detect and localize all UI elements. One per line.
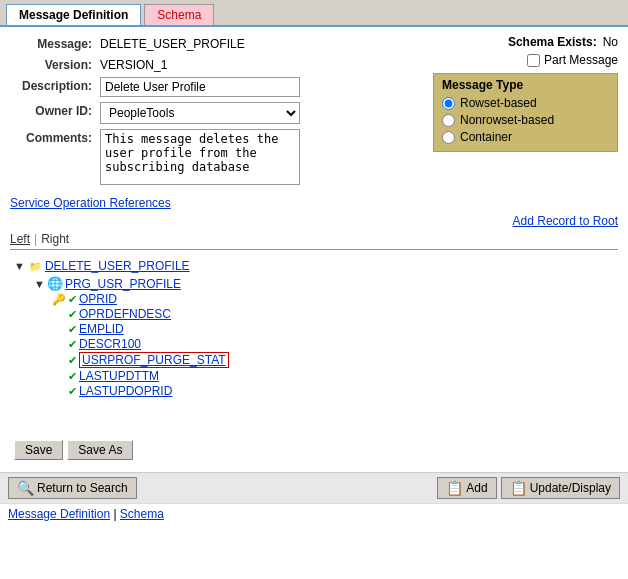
schema-exists-row: Schema Exists: No (433, 35, 618, 49)
left-right-nav: Left | Right (10, 232, 618, 250)
check-icon-descr100: ✔ (68, 338, 77, 351)
schema-exists-value: No (603, 35, 618, 49)
descr100-link[interactable]: DESCR100 (79, 337, 141, 351)
schema-exists-label: Schema Exists: (508, 35, 597, 49)
description-input[interactable] (100, 77, 300, 97)
search-icon: 🔍 (17, 480, 34, 496)
update-icon: 📋 (510, 480, 527, 496)
radio-container-label: Container (460, 130, 512, 144)
emplid-link[interactable]: EMPLID (79, 322, 124, 336)
update-display-label: Update/Display (530, 481, 611, 495)
check-icon-usrprof: ✔ (68, 354, 77, 367)
breadcrumb-schema[interactable]: Schema (120, 507, 164, 521)
breadcrumb-footer: Message Definition | Schema (0, 503, 628, 524)
version-row: Version: VERSION_1 (10, 56, 413, 72)
add-button[interactable]: 📋 Add (437, 477, 496, 499)
comments-row: Comments: This message deletes the user … (10, 129, 413, 185)
form-left: Message: DELETE_USER_PROFILE Version: VE… (10, 35, 413, 190)
add-label: Add (466, 481, 487, 495)
message-row: Message: DELETE_USER_PROFILE (10, 35, 413, 51)
lr-separator: | (34, 232, 37, 246)
tree-item-lastupdttm: 🔑 ✔ LASTUPDTTM (14, 369, 614, 383)
tree-item-oprid: 🔑 ✔ OPRID (14, 292, 614, 306)
tree-item-emplid: 🔑 ✔ EMPLID (14, 322, 614, 336)
ownerid-label: Owner ID: (10, 102, 100, 118)
ownerid-select[interactable]: PeopleTools (100, 102, 300, 124)
check-icon-oprdefndesc: ✔ (68, 308, 77, 321)
add-record-to-root-link[interactable]: Add Record to Root (513, 214, 618, 228)
tab-schema[interactable]: Schema (144, 4, 214, 25)
form-right: Schema Exists: No Part Message Message T… (433, 35, 618, 190)
service-operation-references-link[interactable]: Service Operation References (10, 196, 171, 210)
message-type-title: Message Type (442, 78, 609, 92)
oprdefndesc-link[interactable]: OPRDEFNDESC (79, 307, 171, 321)
radio-container-row: Container (442, 130, 609, 144)
breadcrumb-message-definition[interactable]: Message Definition (8, 507, 110, 521)
message-label: Message: (10, 35, 100, 51)
return-to-search-button[interactable]: 🔍 Return to Search (8, 477, 137, 499)
lastupdttm-link[interactable]: LASTUPDTTM (79, 369, 159, 383)
prg-usr-expand-icon[interactable]: ▼ (34, 278, 45, 290)
tree-item-usrprof-purge-stat: 🔑 ✔ USRPROF_PURGE_STAT (14, 352, 614, 368)
tree-area: ▼ 📁 DELETE_USER_PROFILE ▼ 🌐 PRG_USR_PROF… (10, 254, 618, 434)
tree-root-row: ▼ 📁 DELETE_USER_PROFILE (14, 258, 614, 274)
return-to-search-label: Return to Search (37, 481, 128, 495)
prg-usr-profile-link[interactable]: PRG_USR_PROFILE (65, 277, 181, 291)
tree-root-link[interactable]: DELETE_USER_PROFILE (45, 259, 190, 273)
save-as-button[interactable]: Save As (67, 440, 133, 460)
footer-toolbar: 🔍 Return to Search 📋 Add 📋 Update/Displa… (0, 472, 628, 503)
root-expand-icon[interactable]: ▼ (14, 260, 25, 272)
check-icon-oprid: ✔ (68, 293, 77, 306)
form-section: Message: DELETE_USER_PROFILE Version: VE… (10, 35, 618, 190)
part-message-checkbox[interactable] (527, 54, 540, 67)
tab-message-definition[interactable]: Message Definition (6, 4, 141, 25)
tree-item-prg-usr-profile: ▼ 🌐 PRG_USR_PROFILE (14, 276, 614, 291)
root-folder-icon: 📁 (27, 258, 43, 274)
version-label: Version: (10, 56, 100, 72)
radio-rowset[interactable] (442, 97, 455, 110)
record-globe-icon: 🌐 (47, 276, 63, 291)
check-icon-emplid: ✔ (68, 323, 77, 336)
footer-left: 🔍 Return to Search (8, 477, 137, 499)
footer-right: 📋 Add 📋 Update/Display (437, 477, 620, 499)
tree-item-descr100: 🔑 ✔ DESCR100 (14, 337, 614, 351)
update-display-button[interactable]: 📋 Update/Display (501, 477, 620, 499)
add-icon: 📋 (446, 480, 463, 496)
comments-label: Comments: (10, 129, 100, 145)
tabs-bar: Message Definition Schema (0, 0, 628, 27)
oprid-link[interactable]: OPRID (79, 292, 117, 306)
comments-textarea[interactable]: This message deletes the user profile fr… (100, 129, 300, 185)
left-nav-link[interactable]: Left (10, 232, 30, 246)
save-button[interactable]: Save (14, 440, 63, 460)
part-message-label: Part Message (544, 53, 618, 67)
version-value: VERSION_1 (100, 56, 167, 72)
radio-rowset-row: Rowset-based (442, 96, 609, 110)
radio-rowset-label: Rowset-based (460, 96, 537, 110)
usrprof-purge-stat-link[interactable]: USRPROF_PURGE_STAT (79, 352, 229, 368)
description-label: Description: (10, 77, 100, 93)
ownerid-row: Owner ID: PeopleTools (10, 102, 413, 124)
main-content: Message: DELETE_USER_PROFILE Version: VE… (0, 27, 628, 468)
service-op-link-row: Service Operation References (10, 196, 618, 210)
check-icon-lastupdoprid: ✔ (68, 385, 77, 398)
radio-nonrowset-row: Nonrowset-based (442, 113, 609, 127)
lastupdoprid-link[interactable]: LASTUPDOPRID (79, 384, 172, 398)
add-record-row: Add Record to Root (10, 214, 618, 228)
check-icon-lastupdttm: ✔ (68, 370, 77, 383)
description-row: Description: (10, 77, 413, 97)
right-nav-text: Right (41, 232, 69, 246)
part-message-row: Part Message (433, 53, 618, 67)
message-type-box: Message Type Rowset-based Nonrowset-base… (433, 73, 618, 152)
radio-nonrowset-label: Nonrowset-based (460, 113, 554, 127)
tree-item-lastupdoprid: 🔑 ✔ LASTUPDOPRID (14, 384, 614, 398)
key-icon-oprid: 🔑 (52, 293, 66, 306)
tree-item-oprdefndesc: 🔑 ✔ OPRDEFNDESC (14, 307, 614, 321)
radio-nonrowset[interactable] (442, 114, 455, 127)
message-value: DELETE_USER_PROFILE (100, 35, 245, 51)
radio-container[interactable] (442, 131, 455, 144)
bottom-buttons: Save Save As (10, 440, 618, 460)
